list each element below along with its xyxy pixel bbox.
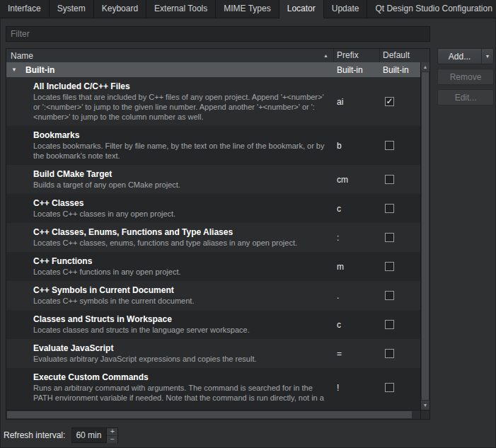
footer: Refresh interval: + − (4, 427, 118, 443)
filter-name-cell: Build CMake Target Builds a target of an… (6, 169, 334, 190)
default-checkbox[interactable] (385, 262, 394, 271)
dropdown-arrow-icon: ▼ (482, 54, 493, 59)
refresh-interval-spinbox[interactable]: + − (71, 427, 118, 443)
column-header-default[interactable]: Default (380, 49, 429, 62)
filter-prefix: cm (334, 169, 380, 190)
scroll-down-icon: ▼ (423, 403, 428, 408)
spin-down-button[interactable]: − (107, 436, 117, 443)
tab-qt-design-studio-configuration[interactable]: Qt Design Studio Configuration (367, 0, 496, 18)
filter-description: Locates C++ classes in any open project. (33, 209, 328, 219)
filter-prefix: = (334, 343, 380, 364)
default-checkbox[interactable] (385, 291, 394, 300)
refresh-interval-value[interactable] (72, 428, 108, 442)
table-row[interactable]: C++ Classes, Enums, Functions and Type A… (6, 223, 420, 252)
scroll-up-button[interactable]: ▲ (421, 62, 429, 71)
filter-prefix: ! (334, 372, 380, 403)
column-header-name-label: Name (11, 50, 33, 62)
filter-prefix: c (334, 198, 380, 219)
spin-up-button[interactable]: + (107, 428, 117, 436)
filter-name: Build CMake Target (33, 169, 328, 180)
filter-default-cell (380, 227, 420, 248)
refresh-interval-label: Refresh interval: (4, 430, 65, 440)
default-checkbox[interactable] (385, 349, 394, 358)
filter-prefix: m (334, 256, 380, 277)
tab-system[interactable]: System (50, 0, 94, 18)
filter-name-cell: Execute Custom Commands Runs an arbitrar… (6, 372, 334, 403)
tab-external-tools[interactable]: External Tools (146, 0, 216, 18)
horizontal-scrollbar[interactable] (6, 410, 420, 419)
filter-name-cell: All Included C/C++ Files Locates files t… (6, 81, 334, 122)
default-checkbox[interactable] (385, 175, 394, 184)
filter-prefix: c (334, 314, 380, 335)
tab-locator[interactable]: Locator (279, 0, 324, 18)
table-row[interactable]: Bookmarks Locates bookmarks. Filter by f… (6, 126, 420, 165)
filter-default-cell (380, 198, 420, 219)
default-checkbox[interactable] (385, 320, 394, 329)
filter-prefix: . (334, 285, 380, 306)
tab-interface[interactable]: Interface (0, 0, 50, 18)
add-button[interactable]: Add... ▼ (437, 48, 494, 64)
edit-button[interactable]: Edit... (437, 89, 494, 105)
filter-name-cell: C++ Classes Locates C++ classes in any o… (6, 198, 334, 219)
group-default: Built-in (380, 65, 420, 75)
table-row[interactable]: All Included C/C++ Files Locates files t… (6, 77, 420, 126)
filter-prefix: ai (334, 81, 380, 122)
scroll-down-button[interactable]: ▼ (421, 401, 429, 410)
filter-description: Builds a target of any open CMake projec… (33, 180, 328, 190)
column-header-name[interactable]: Name ▲ (6, 49, 334, 62)
sort-ascending-icon: ▲ (323, 50, 328, 62)
filter-name: C++ Symbols in Current Document (33, 285, 328, 296)
filter-name: Execute Custom Commands (33, 372, 328, 383)
tab-update[interactable]: Update (324, 0, 368, 18)
filter-name: C++ Classes, Enums, Functions and Type A… (33, 227, 328, 238)
expanded-triangle-icon[interactable]: ▼ (11, 67, 18, 73)
filter-default-cell (380, 169, 420, 190)
scroll-up-icon: ▲ (423, 64, 428, 69)
table-row[interactable]: Classes and Structs in Workspace Locates… (6, 310, 420, 339)
filter-name-cell: Evaluate JavaScript Evaluates arbitrary … (6, 343, 334, 364)
filter-name-cell: Bookmarks Locates bookmarks. Filter by f… (6, 130, 334, 161)
default-checkbox[interactable] (385, 141, 394, 150)
default-checkbox[interactable] (385, 383, 394, 392)
remove-button[interactable]: Remove (437, 69, 494, 85)
filter-description: Evaluates arbitrary JavaScript expressio… (33, 354, 328, 364)
default-checkbox[interactable]: ✓ (385, 97, 394, 106)
vertical-scrollbar[interactable]: ▲ ▼ (420, 62, 429, 410)
filter-name-cell: C++ Symbols in Current Document Locates … (6, 285, 334, 306)
filter-default-cell (380, 256, 420, 277)
table-viewport: ▼ Built-in Built-in Built-in All Include… (6, 62, 420, 410)
table-row[interactable]: Execute Custom Commands Runs an arbitrar… (6, 368, 420, 407)
tab-keyboard[interactable]: Keyboard (94, 0, 146, 18)
default-checkbox[interactable] (385, 204, 394, 213)
group-name-cell: ▼ Built-in (6, 65, 334, 75)
horizontal-scrollbar-thumb[interactable] (7, 411, 412, 418)
group-prefix: Built-in (334, 65, 380, 75)
table-row[interactable]: Evaluate JavaScript Evaluates arbitrary … (6, 339, 420, 368)
filter-name: C++ Functions (33, 256, 328, 267)
side-button-column: Add... ▼ Remove Edit... (437, 48, 494, 110)
filter-description: Runs an arbitrary command with arguments… (33, 383, 328, 403)
default-checkbox[interactable] (385, 233, 394, 242)
filter-input[interactable] (6, 26, 430, 42)
filter-description: Locates C++ symbols in the current docum… (33, 296, 328, 306)
group-row-built-in[interactable]: ▼ Built-in Built-in Built-in (6, 62, 420, 77)
spin-buttons: + − (106, 428, 117, 442)
locator-filters-table: Name ▲ Prefix Default ▼ Built-in Built-i… (6, 48, 430, 420)
table-row[interactable]: Build CMake Target Builds a target of an… (6, 165, 420, 194)
column-header-prefix[interactable]: Prefix (334, 49, 380, 62)
scrollbar-corner (420, 410, 429, 419)
add-button-label: Add... (438, 52, 481, 62)
filter-default-cell (380, 372, 420, 403)
preferences-locator-page: Interface System Keyboard External Tools… (0, 0, 496, 448)
table-row[interactable]: C++ Functions Locates C++ functions in a… (6, 252, 420, 281)
table-row[interactable]: C++ Symbols in Current Document Locates … (6, 281, 420, 310)
filter-default-cell: ✓ (380, 81, 420, 122)
filter-name: Bookmarks (33, 130, 328, 141)
filter-description: Locates C++ functions in any open projec… (33, 267, 328, 277)
table-row[interactable]: C++ Classes Locates C++ classes in any o… (6, 194, 420, 223)
tab-mime-types[interactable]: MIME Types (216, 0, 279, 18)
filter-name: Classes and Structs in Workspace (33, 314, 328, 325)
filter-default-cell (380, 285, 420, 306)
vertical-scrollbar-thumb[interactable] (422, 72, 429, 400)
filter-name-cell: Classes and Structs in Workspace Locates… (6, 314, 334, 335)
